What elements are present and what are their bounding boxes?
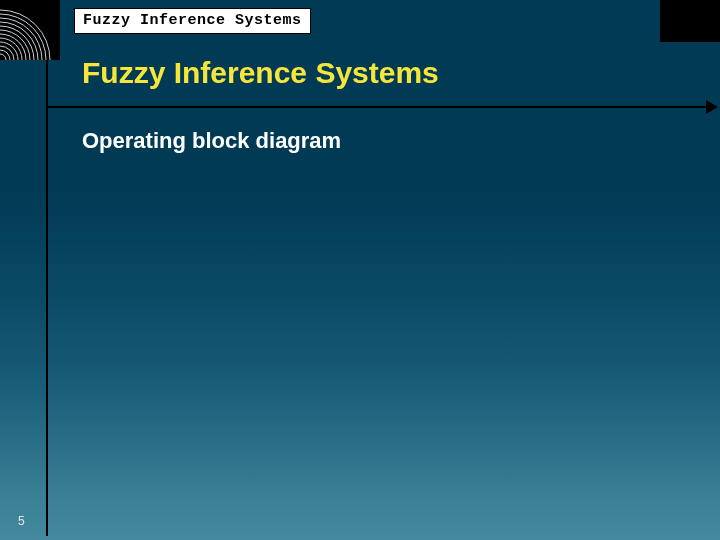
arrowhead-right-icon [706,100,718,114]
page-title: Fuzzy Inference Systems [82,56,439,90]
corner-arcs-icon [0,0,60,60]
vertical-rule [46,60,48,536]
header-tab: Fuzzy Inference Systems [74,8,311,34]
page-number: 5 [18,514,25,528]
corner-decoration [0,0,60,60]
header-tab-label: Fuzzy Inference Systems [83,12,302,29]
topright-decoration [660,0,720,42]
horizontal-rule [46,106,712,108]
subtitle: Operating block diagram [82,128,341,154]
